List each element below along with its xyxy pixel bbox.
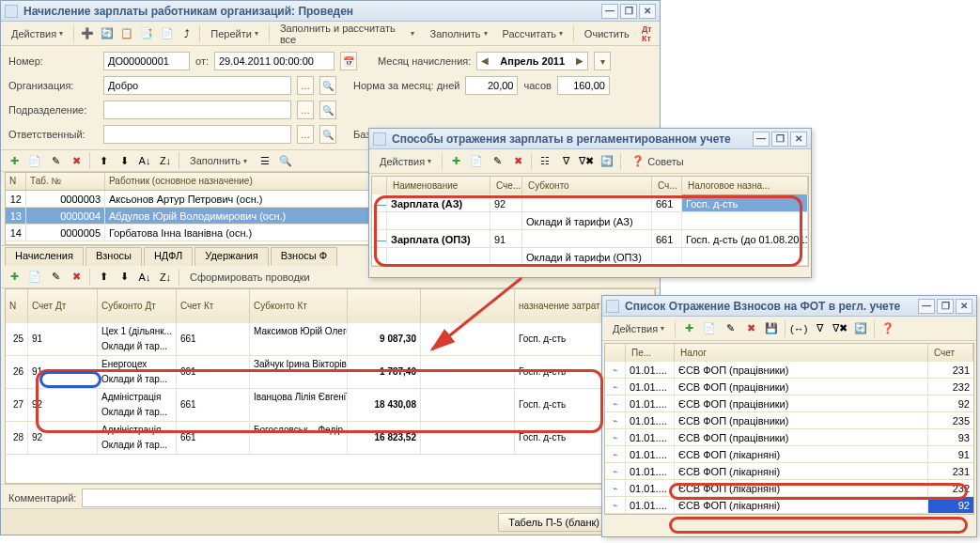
post-icon[interactable]: 📑 <box>138 24 156 43</box>
pick-icon[interactable]: ☰ <box>256 151 274 170</box>
posting-row[interactable]: 2691ЕнергоцехОклади й тар...661Зайчук Ір… <box>6 356 655 389</box>
win2-grid[interactable]: Наименование Сче... Субконто Сч... Налог… <box>371 176 809 267</box>
win2-refresh-icon[interactable]: 🔄 <box>598 152 616 171</box>
tab-contrib-f[interactable]: Взносы Ф <box>271 247 337 266</box>
pcol-kt[interactable]: Счет Кт <box>177 289 250 323</box>
win2-clear-filter-icon[interactable]: ∇✖ <box>577 152 596 171</box>
calc-menu[interactable]: Рассчитать▾ <box>496 24 569 43</box>
win2-filter-icon[interactable]: ∇ <box>556 152 575 171</box>
col-tab[interactable]: Таб. № <box>26 173 105 190</box>
win3-close-button[interactable]: ✕ <box>956 299 972 314</box>
tab-contributions[interactable]: Взносы <box>86 247 142 266</box>
posting-row[interactable]: 2892АдміністраціяОклади й тар...661Богос… <box>6 422 655 455</box>
number-field[interactable] <box>103 52 190 70</box>
contribution-row[interactable]: ⌁01.01....ЄСВ ФОП (лікарняні)92 <box>605 497 973 514</box>
win3-maximize-button[interactable]: ❐ <box>937 299 954 314</box>
reflection-row[interactable]: —Зарплата (АЗ)92661Госп. д-сть <box>372 194 808 212</box>
reflection-row[interactable]: —Зарплата (ОПЗ)91661Госп. д-сть (до 01.0… <box>372 230 808 248</box>
p-sort-asc-icon[interactable]: A↓ <box>135 268 154 287</box>
pcol-n[interactable]: N <box>6 289 28 323</box>
clear-button[interactable]: Очистить <box>578 24 636 43</box>
move-up-icon[interactable]: ⬆ <box>94 151 113 170</box>
contribution-row[interactable]: ⌁01.01....ЄСВ ФОП (працівники)93 <box>605 429 973 446</box>
win3-help-icon[interactable]: ❓ <box>879 319 897 338</box>
posting-row[interactable]: 2591Цех 1 (дільянк...Оклади й тар...661М… <box>6 323 655 356</box>
reflection-subrow[interactable]: Оклади й тарифи (ОПЗ) <box>372 248 808 266</box>
p-down-icon[interactable]: ⬇ <box>115 268 133 287</box>
resp-open-button[interactable]: 🔍 <box>319 125 336 144</box>
minimize-button[interactable]: — <box>601 4 618 19</box>
contribution-row[interactable]: ⌁01.01....ЄСВ ФОП (лікарняні)231 <box>605 463 973 480</box>
fill-employees-button[interactable]: Заполнить▾ <box>183 151 254 170</box>
pcol-dt[interactable]: Счет Дт <box>28 289 98 323</box>
win2-maximize-button[interactable]: ❐ <box>771 132 788 147</box>
contribution-row[interactable]: ⌁01.01....ЄСВ ФОП (працівники)235 <box>605 412 973 429</box>
subdiv-open-button[interactable]: 🔍 <box>319 101 336 119</box>
win3-period-icon[interactable]: (↔) <box>789 319 808 338</box>
close-button[interactable]: ✕ <box>639 4 656 19</box>
contribution-row[interactable]: ⌁01.01....ЄСВ ФОП (працівники)92 <box>605 396 973 412</box>
w3col-per[interactable]: Пе... <box>626 344 675 362</box>
pcol-empty[interactable] <box>421 289 515 323</box>
w3col-tax[interactable]: Налог <box>675 344 928 362</box>
win2-add-icon[interactable]: ✚ <box>446 152 465 171</box>
subdiv-select-button[interactable]: … <box>297 101 314 119</box>
w2col-sub[interactable]: Субконто <box>522 177 652 194</box>
posting-row[interactable]: 2792АдміністраціяОклади й тар...661Іванц… <box>6 389 655 422</box>
maximize-button[interactable]: ❐ <box>620 4 637 19</box>
date-field[interactable] <box>214 52 334 70</box>
win3-del-icon[interactable]: ✖ <box>741 319 760 338</box>
movements-icon[interactable]: ⤴ <box>178 24 195 43</box>
win2-minimize-button[interactable]: — <box>753 132 770 147</box>
sort-desc-icon[interactable]: Z↓ <box>156 151 175 170</box>
date-picker-button[interactable]: 📅 <box>340 52 357 70</box>
p-del-icon[interactable]: ✖ <box>67 268 86 287</box>
pcol-subdt[interactable]: Субконто Дт <box>98 289 177 323</box>
p-add-icon[interactable]: ✚ <box>5 268 23 287</box>
month-next-button[interactable]: ▶ <box>572 53 587 70</box>
norm-days-field[interactable] <box>465 76 518 95</box>
actions-menu[interactable]: Действия▾ <box>5 24 70 43</box>
win3-edit-icon[interactable]: ✎ <box>721 319 739 338</box>
w3col-marker[interactable] <box>605 344 626 362</box>
subdiv-field[interactable] <box>103 101 291 119</box>
p-sort-desc-icon[interactable]: Z↓ <box>156 268 175 287</box>
w2col-name[interactable]: Наименование <box>387 177 490 194</box>
pcol-subkt[interactable]: Субконто Кт <box>250 289 348 323</box>
sort-asc-icon[interactable]: A↓ <box>135 151 154 170</box>
month-dropdown-button[interactable]: ▾ <box>594 52 611 70</box>
copy-icon[interactable]: 📋 <box>118 24 136 43</box>
refresh-icon[interactable]: 🔄 <box>98 24 116 43</box>
goto-menu[interactable]: Перейти▾ <box>204 24 265 43</box>
norm-hours-field[interactable] <box>557 76 610 95</box>
postings-grid[interactable]: N Счет Дт Субконто Дт Счет Кт Субконто К… <box>5 288 656 484</box>
win3-copy-icon[interactable]: 📄 <box>700 319 719 338</box>
form-postings-button[interactable]: Сформировать проводки <box>183 268 317 287</box>
win2-del-icon[interactable]: ✖ <box>508 152 527 171</box>
w2col-marker[interactable] <box>372 177 387 194</box>
tab-deductions[interactable]: Удержания <box>194 247 268 266</box>
resp-select-button[interactable]: … <box>297 125 314 144</box>
tab-ndfl[interactable]: НДФЛ <box>144 247 193 266</box>
month-prev-button[interactable]: ◀ <box>477 53 492 70</box>
win2-tips-button[interactable]: ❓ Советы <box>625 152 690 171</box>
win2-actions-menu[interactable]: Действия▾ <box>373 152 438 171</box>
p-edit-icon[interactable]: ✎ <box>46 268 65 287</box>
contribution-row[interactable]: ⌁01.01....ЄСВ ФОП (лікарняні)91 <box>605 446 973 463</box>
win3-save-icon[interactable]: 💾 <box>762 319 781 338</box>
org-select-button[interactable]: … <box>297 76 314 95</box>
copy-row-icon[interactable]: 📄 <box>25 151 44 170</box>
win2-copy-icon[interactable]: 📄 <box>467 152 486 171</box>
find-icon[interactable]: 🔍 <box>276 151 295 170</box>
win2-hier-icon[interactable]: ☷ <box>536 152 554 171</box>
p-up-icon[interactable]: ⬆ <box>94 268 113 287</box>
fill-calc-all-button[interactable]: Заполнить и рассчитать все▾ <box>273 24 422 43</box>
tab-accruals[interactable]: Начисления <box>5 247 84 266</box>
win2-close-button[interactable]: ✕ <box>790 132 807 147</box>
col-n[interactable]: N <box>6 173 26 190</box>
reflection-subrow[interactable]: Оклади й тарифи (АЗ) <box>372 212 808 230</box>
contribution-row[interactable]: ⌁01.01....ЄСВ ФОП (працівники)231 <box>605 362 973 379</box>
add-row-icon[interactable]: ✚ <box>5 151 23 170</box>
comment-field[interactable] <box>82 489 652 507</box>
delete-row-icon[interactable]: ✖ <box>67 151 86 170</box>
